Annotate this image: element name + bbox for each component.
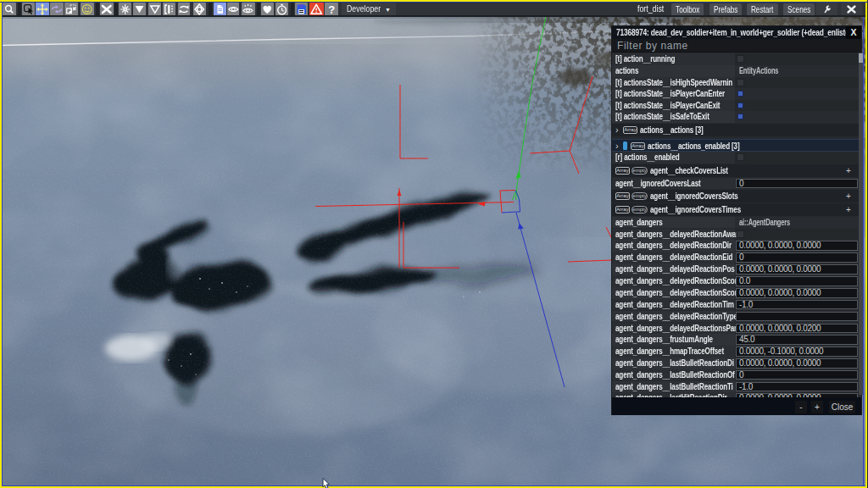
svg-text:?: ? xyxy=(328,3,335,15)
